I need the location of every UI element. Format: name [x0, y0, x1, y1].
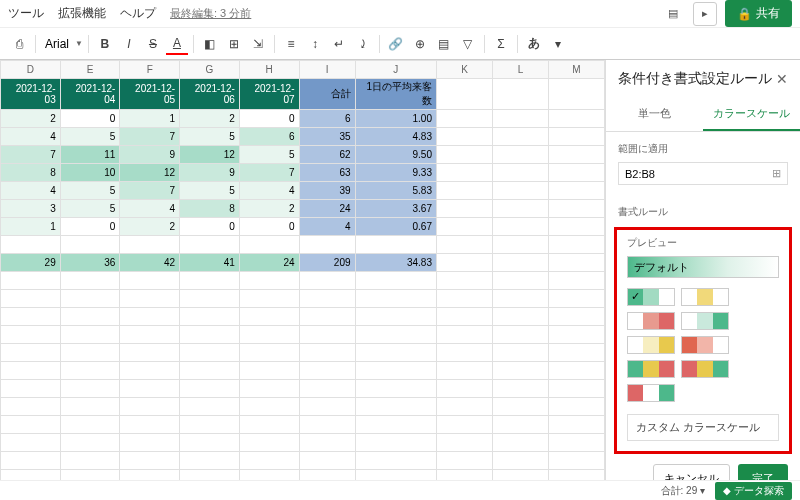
cell[interactable]: [180, 380, 240, 398]
cell[interactable]: 0: [60, 110, 120, 128]
cell[interactable]: 0.67: [355, 218, 436, 236]
spreadsheet-grid[interactable]: D E F G H I J K L M 2021-12-032021-12-04…: [0, 60, 605, 480]
cell[interactable]: [180, 326, 240, 344]
cell[interactable]: [492, 128, 548, 146]
cell[interactable]: [120, 398, 180, 416]
scale-option-4[interactable]: [627, 336, 675, 354]
cell[interactable]: [436, 308, 492, 326]
cell[interactable]: [548, 308, 604, 326]
cell[interactable]: 9: [120, 146, 180, 164]
cell[interactable]: [492, 452, 548, 470]
cell[interactable]: [239, 344, 299, 362]
cell[interactable]: [436, 254, 492, 272]
cell[interactable]: [548, 416, 604, 434]
cell[interactable]: [355, 236, 436, 254]
menu-help[interactable]: ヘルプ: [120, 5, 156, 22]
cell[interactable]: [492, 79, 548, 110]
cell[interactable]: [299, 380, 355, 398]
cell[interactable]: [60, 308, 120, 326]
comment-history-icon[interactable]: ▤: [661, 2, 685, 26]
cell[interactable]: 4: [120, 200, 180, 218]
cell[interactable]: [548, 290, 604, 308]
cell[interactable]: [1, 380, 61, 398]
wrap-icon[interactable]: ↵: [328, 33, 350, 55]
scale-option-7[interactable]: [681, 360, 729, 378]
cell[interactable]: [180, 362, 240, 380]
total-cell[interactable]: 36: [60, 254, 120, 272]
cell[interactable]: [239, 308, 299, 326]
cell[interactable]: [355, 326, 436, 344]
cell[interactable]: [492, 272, 548, 290]
cell[interactable]: [355, 272, 436, 290]
cell[interactable]: [436, 79, 492, 110]
cell[interactable]: [299, 362, 355, 380]
cell[interactable]: [492, 236, 548, 254]
close-icon[interactable]: ✕: [776, 71, 788, 87]
scale-option-0[interactable]: ✓: [627, 288, 675, 306]
cell[interactable]: 62: [299, 146, 355, 164]
link-icon[interactable]: 🔗: [385, 33, 407, 55]
total-cell[interactable]: 41: [180, 254, 240, 272]
cell[interactable]: [120, 236, 180, 254]
cell[interactable]: [120, 380, 180, 398]
cell[interactable]: [60, 362, 120, 380]
grid-select-icon[interactable]: ⊞: [772, 167, 781, 180]
scale-option-3[interactable]: [681, 312, 729, 330]
cell[interactable]: [355, 416, 436, 434]
cell[interactable]: 63: [299, 164, 355, 182]
col-header[interactable]: D: [1, 61, 61, 79]
scale-option-2[interactable]: [627, 312, 675, 330]
borders-icon[interactable]: ⊞: [223, 33, 245, 55]
cell[interactable]: 12: [180, 146, 240, 164]
cell[interactable]: [492, 380, 548, 398]
print-icon[interactable]: ⎙: [8, 33, 30, 55]
data-explore-button[interactable]: ◆ データ探索: [715, 482, 792, 500]
cell[interactable]: [355, 308, 436, 326]
functions-icon[interactable]: Σ: [490, 33, 512, 55]
cell[interactable]: 0: [239, 110, 299, 128]
col-header[interactable]: E: [60, 61, 120, 79]
cell[interactable]: [548, 110, 604, 128]
cell[interactable]: [180, 398, 240, 416]
cell[interactable]: [120, 470, 180, 481]
valign-icon[interactable]: ↕: [304, 33, 326, 55]
col-header[interactable]: H: [239, 61, 299, 79]
cell[interactable]: 8: [1, 164, 61, 182]
cell[interactable]: 0: [180, 218, 240, 236]
col-header[interactable]: L: [492, 61, 548, 79]
cell[interactable]: 24: [299, 200, 355, 218]
cell[interactable]: [60, 344, 120, 362]
cell[interactable]: [1, 236, 61, 254]
cell[interactable]: [239, 398, 299, 416]
cell[interactable]: [355, 398, 436, 416]
cell[interactable]: [299, 326, 355, 344]
cell[interactable]: [492, 434, 548, 452]
cell[interactable]: [1, 398, 61, 416]
cell[interactable]: 3.67: [355, 200, 436, 218]
cell[interactable]: [548, 182, 604, 200]
cell[interactable]: [120, 290, 180, 308]
cell[interactable]: [180, 416, 240, 434]
cell[interactable]: 8: [180, 200, 240, 218]
cell[interactable]: [355, 470, 436, 481]
cell[interactable]: [548, 326, 604, 344]
cell[interactable]: 7: [239, 164, 299, 182]
cell[interactable]: 5: [60, 182, 120, 200]
date-header[interactable]: 2021-12-05: [120, 79, 180, 110]
share-button[interactable]: 🔒 共有: [725, 0, 792, 27]
cell[interactable]: [436, 362, 492, 380]
cell[interactable]: [436, 272, 492, 290]
cell[interactable]: [299, 308, 355, 326]
total-cell[interactable]: 209: [299, 254, 355, 272]
col-header[interactable]: K: [436, 61, 492, 79]
cell[interactable]: [60, 434, 120, 452]
cell[interactable]: [120, 344, 180, 362]
cell[interactable]: 5: [60, 128, 120, 146]
cell[interactable]: [299, 452, 355, 470]
cell[interactable]: 7: [120, 182, 180, 200]
scale-option-5[interactable]: [681, 336, 729, 354]
cell[interactable]: [436, 182, 492, 200]
cell[interactable]: 2: [120, 218, 180, 236]
cell[interactable]: [492, 164, 548, 182]
halign-icon[interactable]: ≡: [280, 33, 302, 55]
